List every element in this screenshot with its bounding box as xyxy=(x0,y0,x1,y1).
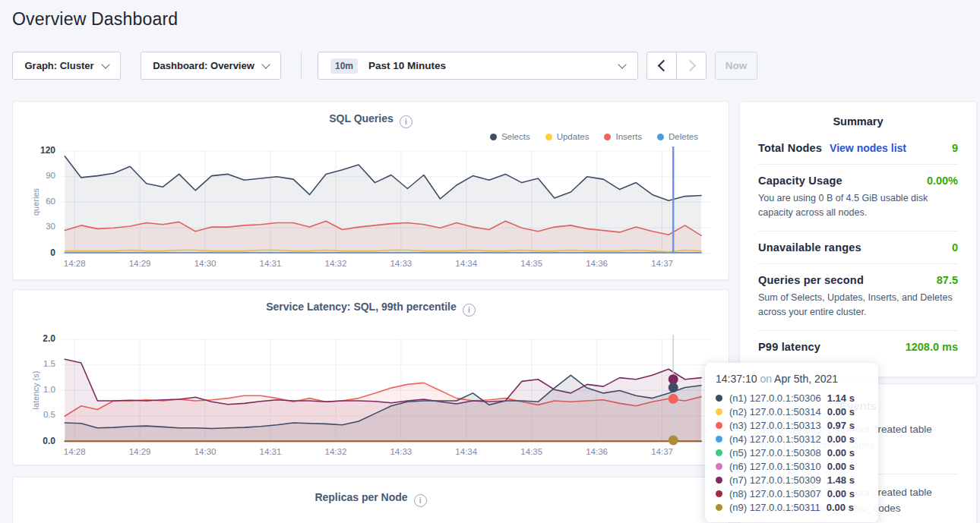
x-tick: 14:36 xyxy=(578,259,616,268)
x-tick: 14:35 xyxy=(513,447,551,456)
node-color-dot xyxy=(716,490,722,497)
chart-legend: SelectsUpdatesInsertsDeletes xyxy=(490,132,698,141)
tooltip-node-address: (n3) 127.0.0.1:50313 xyxy=(729,420,821,431)
y-tick: 1.0 xyxy=(13,385,55,394)
chevron-down-icon xyxy=(101,60,109,68)
summary-title: Summary xyxy=(740,102,976,128)
legend-dot xyxy=(545,134,552,140)
overview-dashboard-page: Overview Dashboard Graph: Cluster Dashbo… xyxy=(0,0,980,523)
tooltip-node-value: 0.00 s xyxy=(827,433,855,445)
tooltip-rows: (n1) 127.0.0.1:503061.14 s(n2) 127.0.0.1… xyxy=(716,391,868,514)
node-color-dot xyxy=(716,504,722,511)
x-tick: 14:34 xyxy=(447,447,485,456)
x-tick: 14:30 xyxy=(186,259,224,268)
x-tick: 14:37 xyxy=(643,259,681,268)
summary-value: 87.5 xyxy=(937,274,958,286)
summary-value: 0 xyxy=(952,241,958,254)
tooltip-node-value: 1.48 s xyxy=(827,474,855,486)
y-tick: 2.0 xyxy=(13,333,55,344)
summary-row: P99 latency1208.0 ms xyxy=(758,330,958,363)
now-button[interactable]: Now xyxy=(715,52,757,80)
time-range-dropdown[interactable]: 10m Past 10 Minutes xyxy=(318,52,638,80)
node-color-dot xyxy=(716,422,722,429)
y-tick: 60 xyxy=(13,197,55,206)
y-tick: 0.5 xyxy=(13,410,55,419)
legend-item-inserts[interactable]: Inserts xyxy=(604,132,642,141)
chevron-down-icon xyxy=(618,60,626,68)
chart-hover-tooltip: 14:37:10 on Apr 5th, 2021 (n1) 127.0.0.1… xyxy=(705,363,878,522)
x-tick: 14:36 xyxy=(578,447,616,456)
node-color-dot xyxy=(716,436,722,443)
tooltip-node-address: (n9) 127.0.0.1:50311 xyxy=(729,502,820,513)
node-color-dot xyxy=(716,477,722,484)
summary-value: 1208.0 ms xyxy=(906,341,958,353)
y-tick: 0 xyxy=(13,247,55,258)
graph-dropdown[interactable]: Graph: Cluster xyxy=(12,52,121,80)
tooltip-node-value: 0.00 s xyxy=(827,502,854,513)
legend-item-selects[interactable]: Selects xyxy=(490,132,530,141)
time-range-badge: 10m xyxy=(330,58,358,74)
tooltip-node-value: 0.00 s xyxy=(827,447,855,458)
service-latency-plot[interactable] xyxy=(62,339,711,442)
tooltip-node-row: (n5) 127.0.0.1:503080.00 s xyxy=(716,446,868,459)
chevron-down-icon xyxy=(261,60,270,68)
dashboard-dropdown[interactable]: Dashboard: Overview xyxy=(141,52,281,80)
sql-queries-plot[interactable] xyxy=(62,151,711,254)
x-tick: 14:37 xyxy=(643,447,681,456)
info-icon[interactable]: i xyxy=(463,304,476,317)
x-tick: 14:33 xyxy=(382,447,420,456)
summary-row: Total NodesView nodes list9 xyxy=(758,132,958,164)
legend-dot xyxy=(604,134,611,140)
summary-row: Unavailable ranges0 xyxy=(758,231,958,263)
summary-row: Capacity Usage0.00%You are using 0 B of … xyxy=(758,164,958,231)
x-tick: 14:30 xyxy=(186,447,224,456)
summary-label: P99 latency xyxy=(758,341,820,353)
tooltip-node-address: (n1) 127.0.0.1:50306 xyxy=(729,392,821,404)
chart-svg xyxy=(62,151,711,254)
chart-title: Service Latency: SQL, 99th percentile xyxy=(266,301,457,313)
service-latency-chart-card: Service Latency: SQL, 99th percentilei l… xyxy=(12,289,729,465)
tooltip-node-row: (n7) 127.0.0.1:503091.48 s xyxy=(716,473,868,487)
tooltip-node-address: (n6) 127.0.0.1:50310 xyxy=(729,461,821,472)
tooltip-node-row: (n3) 127.0.0.1:503130.97 s xyxy=(716,418,868,432)
x-tick: 14:29 xyxy=(121,447,159,456)
legend-item-deletes[interactable]: Deletes xyxy=(657,132,698,141)
legend-item-updates[interactable]: Updates xyxy=(545,132,590,141)
next-range-button[interactable] xyxy=(676,52,707,80)
prev-range-button[interactable] xyxy=(646,52,677,80)
tooltip-node-row: (n9) 127.0.0.1:503110.00 s xyxy=(716,500,868,514)
summary-description: Sum of Selects, Updates, Inserts, and De… xyxy=(758,291,958,320)
info-icon[interactable]: i xyxy=(414,494,427,507)
y-tick: 30 xyxy=(13,222,55,231)
chart-title-row: Replicas per Nodei xyxy=(13,491,729,507)
tooltip-node-address: (n7) 127.0.0.1:50309 xyxy=(729,474,821,486)
summary-label: Queries per second xyxy=(758,274,864,286)
tooltip-node-row: (n2) 127.0.0.1:503140.00 s xyxy=(716,405,868,418)
chevron-left-icon xyxy=(657,60,669,72)
y-tick: 120 xyxy=(13,145,55,156)
tooltip-node-row: (n1) 127.0.0.1:503061.14 s xyxy=(716,391,868,405)
info-icon[interactable]: i xyxy=(400,115,413,128)
tooltip-node-row: (n4) 127.0.0.1:503120.00 s xyxy=(716,432,868,446)
x-tick: 14:29 xyxy=(121,259,159,268)
y-tick: 90 xyxy=(13,171,55,180)
dashboard-dropdown-label: Dashboard: Overview xyxy=(153,60,254,71)
summary-label: Total Nodes xyxy=(758,142,822,154)
sql-queries-chart-card: SQL Queriesi SelectsUpdatesInsertsDelete… xyxy=(12,101,729,280)
chart-svg xyxy=(62,339,711,442)
summary-row: Queries per second87.5Sum of Selects, Up… xyxy=(758,263,958,330)
summary-rows: Total NodesView nodes list9Capacity Usag… xyxy=(740,128,976,363)
node-color-dot xyxy=(716,463,722,470)
summary-description: You are using 0 B of 4.5 GiB usable disk… xyxy=(758,191,958,221)
toolbar-divider xyxy=(301,52,302,80)
node-color-dot xyxy=(716,408,722,415)
x-tick: 14:35 xyxy=(513,259,551,268)
summary-label: Unavailable ranges xyxy=(758,241,861,254)
y-tick: 0.0 xyxy=(13,436,55,446)
view-nodes-list-link[interactable]: View nodes list xyxy=(830,142,906,154)
chart-title-row: Service Latency: SQL, 99th percentilei xyxy=(13,301,729,317)
summary-value: 9 xyxy=(952,142,958,154)
x-tick: 14:31 xyxy=(251,259,289,268)
tooltip-node-value: 0.00 s xyxy=(827,461,855,472)
x-tick: 14:33 xyxy=(382,259,420,268)
